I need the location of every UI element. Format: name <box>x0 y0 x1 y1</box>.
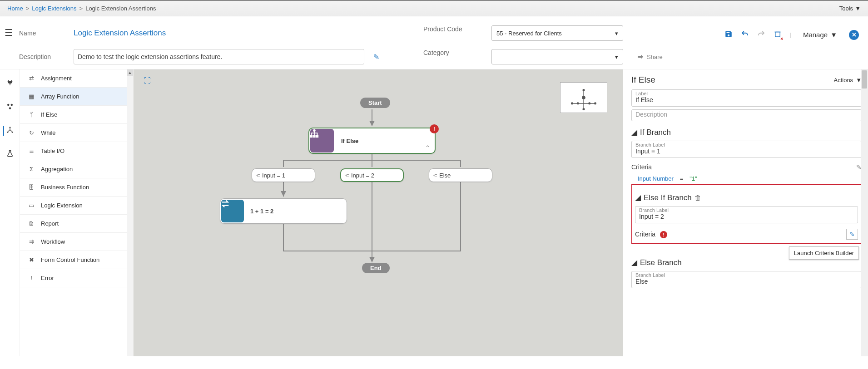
svg-rect-23 <box>313 136 315 138</box>
save-icon[interactable] <box>724 30 733 39</box>
branch-input-1[interactable]: ⑂ Input = 1 <box>252 168 315 182</box>
redo-icon[interactable] <box>757 30 765 39</box>
product-code-value: 55 - Reserved for Clients <box>496 30 562 37</box>
breadcrumb-home[interactable]: Home <box>7 5 23 12</box>
product-code-select[interactable]: 55 - Reserved for Clients ▾ <box>491 25 623 41</box>
flask-icon[interactable] <box>6 149 14 159</box>
close-button[interactable]: ✕ <box>849 30 859 40</box>
exclamation-icon: ! <box>27 275 35 281</box>
wrench-icon: ✖ <box>27 256 35 263</box>
error-badge-icon[interactable]: ! <box>430 124 439 133</box>
scrollbar-thumb[interactable] <box>862 70 867 89</box>
properties-scrollbar[interactable] <box>861 69 868 356</box>
end-node[interactable]: End <box>362 263 390 273</box>
component-report[interactable]: 🗎Report <box>20 215 133 233</box>
svg-point-10 <box>577 102 579 104</box>
component-array-function[interactable]: ▦Array Function <box>20 88 133 106</box>
minimap[interactable] <box>560 82 607 113</box>
component-logic-extension[interactable]: ▭Logic Extension <box>20 197 133 215</box>
branch-icon: ⑂ <box>343 173 350 177</box>
component-form-control-function[interactable]: ✖Form Control Function <box>20 251 133 269</box>
branch-label: Else <box>439 172 451 179</box>
warning-icon[interactable]: ! <box>660 231 667 238</box>
undo-icon[interactable] <box>741 30 749 39</box>
branch-else[interactable]: ⑂ Else <box>429 168 492 182</box>
svg-point-12 <box>582 89 585 91</box>
assignment-label: 1 + 1 = 2 <box>250 208 273 215</box>
start-node[interactable]: Start <box>360 98 390 108</box>
else-branch-label-field[interactable]: Branch Label Else <box>631 271 862 288</box>
label-field[interactable]: Label If Else <box>631 89 862 107</box>
components-icon[interactable] <box>3 126 14 136</box>
component-aggregation[interactable]: ΣAggregation <box>20 160 133 178</box>
manage-label: Manage <box>803 31 828 39</box>
component-label: Workflow <box>41 238 65 245</box>
variables-icon[interactable] <box>6 102 14 112</box>
svg-point-13 <box>582 108 585 110</box>
component-label: Error <box>41 275 54 281</box>
field-placeholder: Description <box>635 111 858 118</box>
svg-rect-22 <box>311 136 312 138</box>
field-value: Input = 1 <box>635 148 858 155</box>
else-if-branch-label-field[interactable]: Branch Label Input = 2 <box>635 206 858 223</box>
launch-criteria-builder-button[interactable]: ✎ <box>846 229 858 240</box>
component-while[interactable]: ↻While <box>20 124 133 142</box>
else-if-branch-section[interactable]: ◢ Else If Branch 🗑 <box>635 193 858 202</box>
manage-menu-button[interactable]: Manage ▼ <box>799 29 841 40</box>
component-label: Form Control Function <box>41 256 99 263</box>
tools-label: Tools <box>839 5 853 12</box>
scroll-up-icon[interactable]: ▲ <box>127 69 133 76</box>
delete-branch-icon[interactable]: 🗑 <box>694 194 701 202</box>
criteria-expression[interactable]: Input Number = "1" <box>638 175 862 182</box>
plug-icon[interactable] <box>6 79 14 89</box>
section-label: Else If Branch <box>644 193 692 202</box>
components-palette: ⇄Assignment ▦Array Function ᛘIf Else ↻Wh… <box>20 69 134 356</box>
field-value: If Else <box>635 96 858 103</box>
if-branch-section[interactable]: ◢ If Branch <box>631 128 862 137</box>
tools-menu-button[interactable]: Tools ▼ <box>839 5 861 12</box>
share-button[interactable]: Share <box>637 49 663 64</box>
svg-point-6 <box>11 132 13 133</box>
component-assignment[interactable]: ⇄Assignment <box>20 69 133 88</box>
expand-icon: ◢ <box>631 128 637 137</box>
description-field[interactable]: Description <box>631 109 862 121</box>
component-label: Business Function <box>41 184 89 191</box>
properties-panel: If Else Actions ▼ Label If Else Descript… <box>623 69 868 356</box>
svg-point-4 <box>9 127 10 128</box>
svg-rect-24 <box>317 136 318 138</box>
criteria-label: Criteria <box>631 163 652 171</box>
branch-input-2[interactable]: ⑂ Input = 2 <box>340 168 404 182</box>
component-error[interactable]: !Error <box>20 269 133 287</box>
svg-point-11 <box>588 102 590 104</box>
component-if-else[interactable]: ᛘIf Else <box>20 106 133 124</box>
criteria-lhs: Input Number <box>638 175 674 182</box>
criteria-rhs: "1" <box>689 175 697 182</box>
edit-description-icon[interactable]: ✎ <box>373 53 379 61</box>
component-label: While <box>41 129 56 136</box>
field-label: Branch Label <box>635 272 858 278</box>
if-branch-label-field[interactable]: Branch Label Input = 1 <box>631 141 862 158</box>
chevron-down-icon: ▼ <box>830 31 837 39</box>
sigma-icon: Σ <box>27 166 35 172</box>
expand-icon: ◢ <box>631 258 637 267</box>
description-input[interactable] <box>74 49 364 64</box>
if-else-node[interactable]: If Else ! ⌃ <box>308 128 436 154</box>
fullscreen-icon[interactable]: ⛶ <box>144 77 151 85</box>
assignment-node[interactable]: 1 + 1 = 2 <box>220 198 347 224</box>
properties-title: If Else <box>631 75 655 85</box>
expand-icon: ◢ <box>635 193 641 202</box>
collapse-icon[interactable]: ⌃ <box>425 144 430 151</box>
breadcrumb-logic-extensions[interactable]: Logic Extensions <box>32 5 76 12</box>
grid-icon: ▦ <box>27 93 35 100</box>
actions-menu-button[interactable]: Actions ▼ <box>833 77 862 84</box>
component-workflow[interactable]: ⇉Workflow <box>20 233 133 251</box>
components-scrollbar[interactable]: ▲ <box>127 69 133 356</box>
flow-canvas[interactable]: ⛶ Start If Else ! <box>134 69 623 356</box>
delete-icon[interactable]: × <box>774 30 782 39</box>
hamburger-menu-icon[interactable]: ☰ <box>5 25 19 38</box>
component-table-io[interactable]: ≣Table I/O <box>20 142 133 160</box>
component-business-function[interactable]: 🗄Business Function <box>20 178 133 197</box>
chevron-down-icon: ▼ <box>855 5 861 12</box>
name-value[interactable]: Logic Extension Assertions <box>74 29 166 38</box>
category-select[interactable]: ▾ <box>491 49 623 64</box>
